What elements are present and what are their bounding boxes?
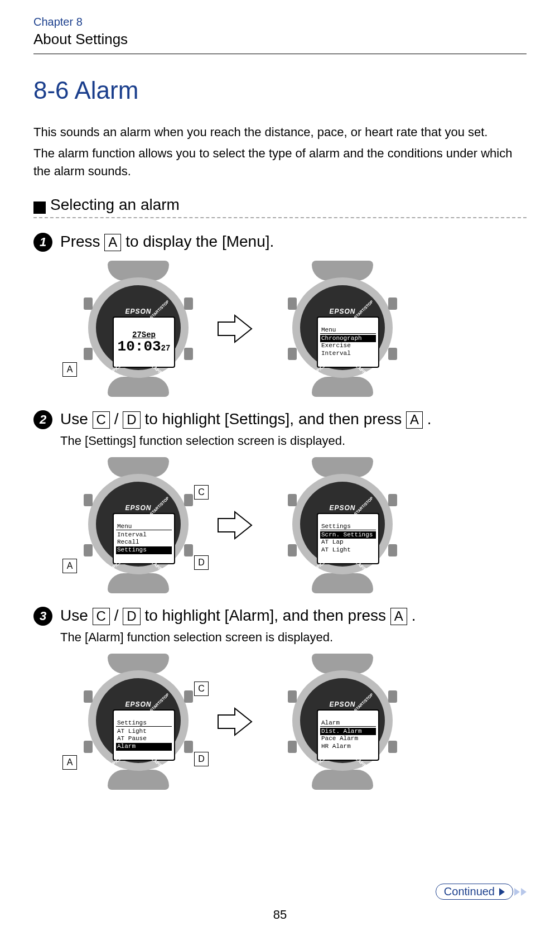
triangle-icon: [514, 888, 520, 896]
callout-A: A: [62, 362, 77, 377]
triangle-icon: [499, 888, 505, 896]
step-1: 1 Press A to display the [Menu]. EPSON 2…: [33, 233, 527, 396]
step2-figure: EPSON Menu Interval Recall Settings DISP…: [60, 458, 527, 592]
arrow-icon: [215, 312, 254, 345]
step-bullet-1: 1: [33, 233, 52, 252]
key-C: C: [93, 411, 110, 429]
key-A: A: [104, 234, 121, 251]
key-D: D: [123, 608, 140, 625]
subhead-divider: [33, 217, 527, 218]
step1-pre: Press: [60, 233, 104, 250]
brand-label: EPSON: [292, 308, 393, 315]
subhead: Selecting an alarm: [50, 196, 180, 214]
watch-menu2r: EPSON Settings Scrn. Settings AT Lap AT …: [264, 458, 409, 592]
watch-menu1: EPSON Menu Chronograph Exercise Interval…: [264, 262, 409, 396]
key-D: D: [123, 411, 140, 429]
key-C: C: [93, 608, 110, 625]
step-bullet-2: 2: [33, 410, 52, 429]
menu1-line2: Exercise: [320, 342, 376, 350]
triangle-icon: [521, 888, 527, 896]
continued-label: Continued: [444, 885, 495, 898]
step-3-title: Use C / D to highlight [Alarm], and then…: [60, 607, 416, 625]
watch-menu3l: EPSON Settings AT Light AT Pause Alarm D…: [60, 655, 205, 789]
subhead-square-icon: [33, 201, 46, 214]
step3-figure: EPSON Settings AT Light AT Pause Alarm D…: [60, 655, 527, 789]
intro-block: This sounds an alarm when you reach the …: [33, 123, 527, 180]
menu1-line3: Interval: [320, 350, 376, 358]
callout-A: A: [62, 559, 77, 573]
continued-badge: Continued: [436, 884, 513, 900]
clock-sec: 27: [161, 344, 171, 353]
arrow-icon: [215, 508, 254, 542]
step-2: 2 Use C / D to highlight [Settings], and…: [33, 410, 527, 592]
intro-p1: This sounds an alarm when you reach the …: [33, 123, 527, 141]
step-2-desc: The [Settings] function selection screen…: [60, 434, 527, 448]
brand-label: EPSON: [88, 308, 189, 315]
key-A: A: [390, 608, 407, 625]
header-rule: [33, 54, 527, 54]
clock-hhmm: 10:03: [118, 338, 161, 355]
step-3-desc: The [Alarm] function selection screen is…: [60, 630, 527, 645]
chapter-label: Chapter 8: [33, 16, 527, 28]
watch-menu2l: EPSON Menu Interval Recall Settings DISP…: [60, 458, 205, 592]
step1-post: to display the [Menu].: [125, 233, 274, 250]
page-number: 85: [0, 908, 560, 922]
step-2-title: Use C / D to highlight [Settings], and t…: [60, 410, 432, 429]
watch-menu3r: EPSON Alarm Dist. Alarm Pace Alarm HR Al…: [264, 655, 409, 789]
callout-D: D: [194, 752, 209, 766]
step-1-title: Press A to display the [Menu].: [60, 233, 274, 251]
callout-C: C: [194, 485, 209, 500]
continued-row: Continued: [436, 884, 527, 900]
menu1-title: Menu: [320, 327, 376, 334]
callout-C: C: [194, 682, 209, 696]
section-label: About Settings: [33, 31, 527, 48]
clock-time: 10:0327: [116, 339, 172, 354]
menu1-line1: Chronograph: [320, 335, 376, 343]
key-A: A: [406, 411, 423, 429]
step-bullet-3: 3: [33, 607, 52, 626]
intro-p2: The alarm function allows you to select …: [33, 145, 527, 180]
callout-D: D: [194, 555, 209, 570]
callout-A: A: [62, 755, 77, 770]
step-3: 3 Use C / D to highlight [Alarm], and th…: [33, 607, 527, 789]
watch-clock: EPSON 27Sep 10:0327 DISP/CHG LAP/RESET S…: [60, 262, 205, 396]
step1-figure: EPSON 27Sep 10:0327 DISP/CHG LAP/RESET S…: [60, 262, 527, 396]
page-title: 8-6 Alarm: [33, 76, 527, 104]
arrow-icon: [215, 705, 254, 738]
